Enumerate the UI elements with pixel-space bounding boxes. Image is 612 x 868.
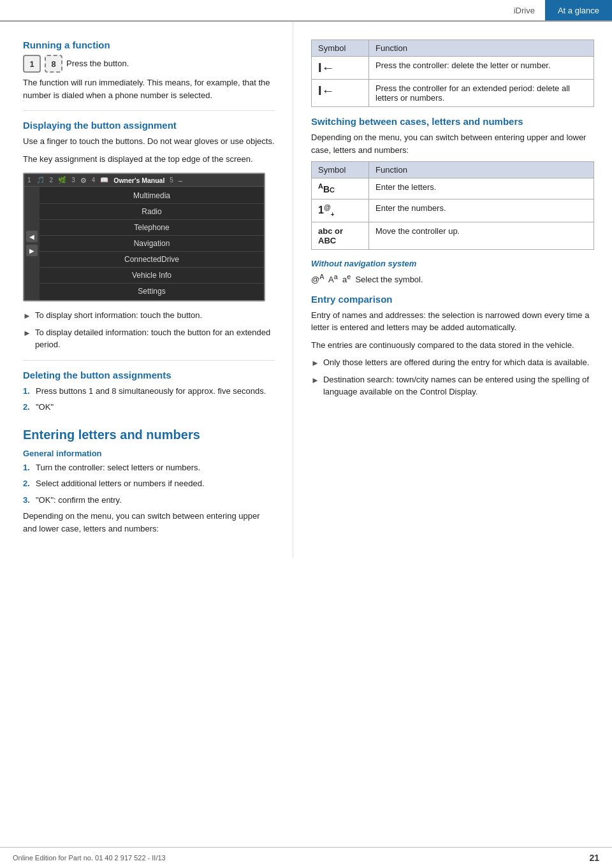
menu-radio[interactable]: Radio (40, 204, 264, 220)
displaying-section: Displaying the button assignment Use a f… (23, 120, 275, 165)
deleting-title: Deleting the button assignments (23, 370, 275, 380)
col-function-2: Function (369, 162, 594, 178)
table-row: 1@+ Enter the numbers. (312, 199, 594, 222)
menu-navigation[interactable]: Navigation (40, 236, 264, 252)
function-abc-both: Move the controller up. (369, 222, 594, 249)
table-row: I← Press the controller: delete the lett… (312, 57, 594, 80)
step-1-num: 1. (23, 385, 32, 398)
running-function-desc: The function will run immediately. This … (23, 76, 275, 101)
without-nav-title: Without navigation system (311, 259, 594, 268)
general-title: General information (23, 449, 275, 458)
displaying-line1: Use a finger to touch the buttons. Do no… (23, 135, 275, 148)
step-1-text: Press buttons 1 and 8 simultaneously for… (36, 385, 266, 398)
page-header: iDrive At a glance (0, 0, 612, 22)
entry-comparison-title: Entry comparison (311, 294, 594, 305)
page-footer: Online Edition for Part no. 01 40 2 917 … (0, 847, 612, 868)
without-nav-text: @A Aa ae Select the symbol. (311, 271, 594, 286)
menu-screen: 1 🎵 2 🌿 3 ⚙ 4 📖 Owner's Manual 5 – ◀ ▶ (23, 173, 265, 301)
general-step-2: 2. Select additional letters or numbers … (23, 477, 275, 490)
gen-step-1-text: Turn the controller: select letters or n… (36, 461, 200, 474)
entry-comparison-p2: The entries are continuously compared to… (311, 339, 594, 352)
symbol-abc-both: abc or ABC (312, 222, 369, 249)
bullet-arrow-1: ► (23, 310, 31, 322)
entry-comparison-p1: Entry of names and addresses: the select… (311, 309, 594, 334)
entry-bullet-arrow-1: ► (311, 357, 319, 370)
bullet-arrow-2: ► (23, 327, 31, 340)
tab-2: 2 (50, 177, 54, 184)
menu-screen-wrapper: 1 🎵 2 🌿 3 ⚙ 4 📖 Owner's Manual 5 – ◀ ▶ (23, 173, 275, 301)
right-column: Symbol Function I← Press the controller:… (293, 22, 612, 558)
general-step-3: 3. "OK": confirm the entry. (23, 494, 275, 507)
gen-step-3-text: "OK": confirm the entry. (36, 494, 122, 507)
tab-icon-1: 🎵 (36, 176, 45, 184)
menu-connecteddrive[interactable]: ConnectedDrive (40, 252, 264, 268)
gen-step-2-text: Select additional letters or numbers if … (36, 477, 205, 490)
menu-vehicleinfo[interactable]: Vehicle Info (40, 268, 264, 284)
deleting-section: Deleting the button assignments 1. Press… (23, 370, 275, 414)
general-step-1: 1. Turn the controller: select letters o… (23, 461, 275, 474)
button-8-icon: 8 (45, 55, 62, 73)
entry-comparison-section: Entry comparison Entry of names and addr… (311, 294, 594, 398)
entry-bullet-arrow-2: ► (311, 374, 319, 387)
col-symbol-1: Symbol (312, 40, 369, 57)
tab-4: 4 (92, 177, 96, 184)
general-section: General information 1. Turn the controll… (23, 449, 275, 535)
col-function-1: Function (369, 40, 594, 57)
menu-settings[interactable]: Settings (40, 284, 264, 299)
delete-step-1: 1. Press buttons 1 and 8 simultaneously … (23, 385, 275, 398)
press-text: Press the button. (66, 55, 129, 70)
sep1 (23, 110, 275, 111)
gen-step-3-num: 3. (23, 494, 32, 507)
main-content: Running a function 1 8 Press the button.… (0, 22, 612, 558)
tab-dash: – (178, 177, 182, 184)
entry-bullet-1-text: Only those letters are offered during th… (323, 356, 589, 369)
function-abc-upper: Enter the letters. (369, 178, 594, 199)
menu-arrow-right[interactable]: ▶ (26, 245, 38, 256)
menu-tab-row: 1 🎵 2 🌿 3 ⚙ 4 📖 Owner's Manual 5 – (24, 174, 264, 187)
symbol-table-mid: Symbol Function ABC Enter the letters. 1… (311, 161, 594, 250)
menu-telephone[interactable]: Telephone (40, 220, 264, 236)
footer-text: Online Edition for Part no. 01 40 2 917 … (13, 854, 166, 862)
page-number: 21 (589, 853, 599, 863)
button-icon-row: 1 8 Press the button. (23, 55, 275, 73)
without-nav-section: Without navigation system @A Aa ae Selec… (311, 259, 594, 286)
gen-step-2-num: 2. (23, 477, 32, 490)
tab-icon-2: 🌿 (58, 176, 66, 184)
gen-step-1-num: 1. (23, 461, 32, 474)
function-backspace-1: Press the controller: delete the letter … (369, 57, 594, 80)
symbol-backspace-1: I← (312, 57, 369, 80)
displaying-line2: The key assignment is displayed at the t… (23, 153, 275, 166)
general-closing: Depending on the menu, you can switch be… (23, 510, 275, 535)
tab-3: 3 (71, 177, 75, 184)
table-row: I← Press the controller for an extended … (312, 80, 594, 107)
menu-bullets: ► To display short information: touch th… (23, 309, 275, 351)
entry-bullet-2-text: Destination search: town/city names can … (323, 373, 594, 398)
menu-items-list: Multimedia Radio Telephone Navigation Co… (40, 187, 264, 300)
button-1-icon: 1 (23, 55, 41, 73)
menu-multimedia[interactable]: Multimedia (40, 188, 264, 204)
tab-5: 5 (170, 177, 173, 184)
function-123: Enter the numbers. (369, 199, 594, 222)
menu-bullet-1: ► To display short information: touch th… (23, 309, 275, 322)
tab-icon-4: 📖 (100, 176, 108, 184)
tab-icon-3: ⚙ (80, 177, 87, 184)
delete-step-2: 2. "OK" (23, 401, 275, 414)
step-2-text: "OK" (36, 401, 54, 414)
tab-ownersmanual: Owner's Manual (113, 177, 164, 184)
symbol-abc-upper: ABC (312, 178, 369, 199)
menu-bullet-2: ► To display detailed information: touch… (23, 326, 275, 351)
entering-title: Entering letters and numbers (23, 428, 275, 442)
table-row: ABC Enter the letters. (312, 178, 594, 199)
menu-arrow-left[interactable]: ◀ (26, 231, 38, 242)
menu-bullet-2-text: To display detailed information: touch t… (35, 326, 275, 351)
entry-bullet-2: ► Destination search: town/city names ca… (311, 373, 594, 398)
switching-desc: Depending on the menu, you can switch be… (311, 131, 594, 156)
running-function-section: Running a function 1 8 Press the button.… (23, 40, 275, 101)
switching-title: Switching between cases, letters and num… (311, 116, 594, 127)
symbol-backspace-2: I← (312, 80, 369, 107)
sep2 (23, 360, 275, 361)
entry-bullet-1: ► Only those letters are offered during … (311, 356, 594, 370)
running-function-title: Running a function (23, 40, 275, 50)
symbol-123: 1@+ (312, 199, 369, 222)
function-backspace-2: Press the controller for an extended per… (369, 80, 594, 107)
